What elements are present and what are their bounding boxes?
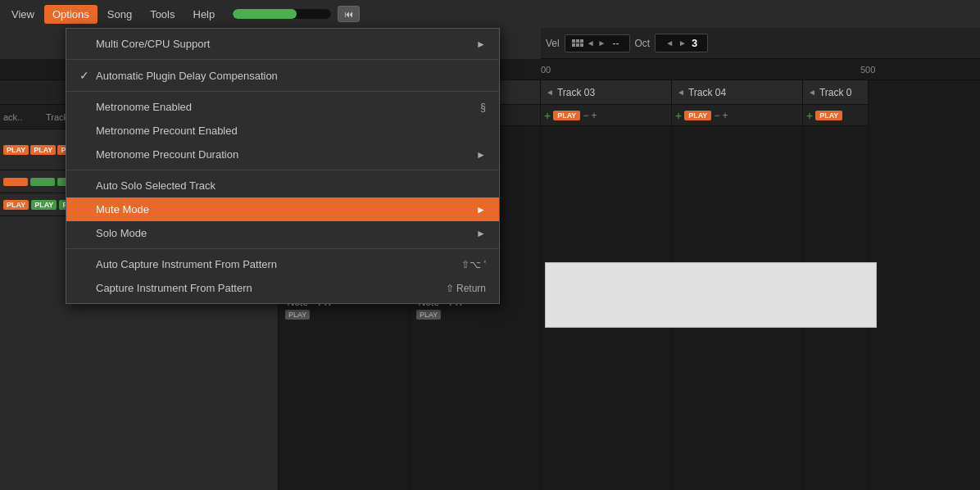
color-bar-orange <box>3 178 28 186</box>
separator-3 <box>66 170 499 170</box>
plus-icon[interactable]: + <box>544 109 551 122</box>
note-play-btn-01[interactable]: PLAY <box>285 310 310 320</box>
track-05-name: Track 0 <box>819 87 852 98</box>
plus2-icon[interactable]: + <box>591 110 597 121</box>
play-btn-orange[interactable]: PLAY <box>3 145 29 155</box>
shortcut-label: § <box>480 102 486 113</box>
separator-1 <box>66 59 499 60</box>
menu-solo-mode[interactable]: Solo Mode ► <box>66 221 499 245</box>
menu-auto-plugin-delay[interactable]: ✓ Automatic Plugin Delay Compensation <box>66 63 499 88</box>
menu-metronome-precount[interactable]: Metronome Precount Enabled <box>66 119 499 143</box>
minus-icon[interactable]: − <box>583 110 588 121</box>
menu-help[interactable]: Help <box>185 5 224 24</box>
menu-item-label: Solo Mode <box>96 227 476 239</box>
lane-header-04: ◄ Track 04 <box>672 80 802 105</box>
menu-item-label: Automatic Plugin Delay Compensation <box>96 70 486 82</box>
oct-value: 3 <box>692 37 697 49</box>
menu-metronome-enabled[interactable]: Metronome Enabled § <box>66 95 499 119</box>
submenu-arrow-icon: ► <box>476 149 486 161</box>
menubar: View Options Song Tools Help ⏮ <box>0 0 980 28</box>
lane-header-05: ◄ Track 0 <box>803 80 868 105</box>
menu-item-label: Auto Capture Instrument From Pattern <box>96 258 453 270</box>
play-label-2[interactable]: PLAY <box>31 200 57 210</box>
menu-multi-core[interactable]: Multi Core/CPU Support ► <box>66 32 499 56</box>
vel-value: -- <box>610 38 623 49</box>
lane-nav-arrow[interactable]: ◄ <box>677 88 685 97</box>
separator-2 <box>66 91 499 92</box>
play-button-04[interactable]: PLAY <box>684 111 711 120</box>
oct-display: ◄ ► 3 <box>655 34 708 52</box>
transport-button[interactable]: ⏮ <box>338 6 360 22</box>
play-button-05[interactable]: PLAY <box>815 111 842 120</box>
track-04-name: Track 04 <box>688 87 726 98</box>
lane-controls-05: + PLAY <box>803 105 868 126</box>
vel-display: ◄ ► -- <box>565 34 630 52</box>
lane-header-03: ◄ Track 03 <box>541 80 671 105</box>
plus-icon[interactable]: + <box>675 109 682 122</box>
menu-item-label: Metronome Precount Duration <box>96 148 476 161</box>
menu-options[interactable]: Options <box>44 5 98 24</box>
menu-song[interactable]: Song <box>99 5 140 24</box>
play-btn-orange-2[interactable]: PLAY <box>30 145 56 155</box>
vel-arrow-left[interactable]: ◄ <box>587 39 595 48</box>
lane-nav-arrow[interactable]: ◄ <box>808 88 816 97</box>
progress-bar-fill <box>233 9 297 19</box>
ruler-mark-2: 500 <box>860 65 875 75</box>
progress-bar[interactable] <box>233 9 331 19</box>
menu-tools[interactable]: Tools <box>142 5 183 24</box>
separator-4 <box>66 248 499 249</box>
oct-label: Oct <box>635 38 651 49</box>
play-button-03[interactable]: PLAY <box>553 111 580 120</box>
submenu-arrow-icon: ► <box>476 228 486 239</box>
menu-item-label: Capture Instrument From Pattern <box>96 282 438 294</box>
white-box-overlay <box>545 262 877 328</box>
grid-icon <box>572 39 583 47</box>
track-03-name: Track 03 <box>557 87 595 98</box>
oct-arrow-left[interactable]: ◄ <box>665 39 674 48</box>
menu-item-label: Metronome Enabled <box>96 101 472 113</box>
vel-arrow-right[interactable]: ► <box>598 39 606 48</box>
toolbar: Vel ◄ ► -- Oct ◄ ► 3 <box>541 28 980 59</box>
menu-auto-capture[interactable]: Auto Capture Instrument From Pattern ⇧⌥ … <box>66 252 499 276</box>
options-dropdown: Multi Core/CPU Support ► ✓ Automatic Plu… <box>66 28 500 304</box>
transport-icon: ⏮ <box>344 9 353 19</box>
menu-mute-mode[interactable]: Mute Mode ► <box>66 197 499 221</box>
menu-item-label: Mute Mode <box>96 203 476 216</box>
play-label-1[interactable]: PLAY <box>3 200 29 210</box>
check-icon: ✓ <box>79 69 96 82</box>
oct-arrow-right[interactable]: ► <box>678 39 687 48</box>
lane-controls-03: + PLAY − + <box>541 105 671 126</box>
note-play-btn-02[interactable]: PLAY <box>416 310 441 320</box>
minus-icon[interactable]: − <box>714 110 719 121</box>
menu-item-label: Metronome Precount Enabled <box>96 125 486 137</box>
menu-item-label: Multi Core/CPU Support <box>96 38 476 50</box>
ruler-mark-1: 00 <box>541 65 551 75</box>
vel-label: Vel <box>546 38 560 49</box>
color-bar-green-1 <box>30 178 55 186</box>
menu-item-label: Auto Solo Selected Track <box>96 179 486 192</box>
shortcut-label: ⇧⌥ ' <box>461 259 486 270</box>
submenu-arrow-icon: ► <box>476 39 486 50</box>
menu-metronome-precount-duration[interactable]: Metronome Precount Duration ► <box>66 143 499 166</box>
shortcut-label: ⇧ Return <box>446 283 486 294</box>
submenu-arrow-icon: ► <box>476 204 486 216</box>
menu-auto-solo[interactable]: Auto Solo Selected Track <box>66 174 499 197</box>
menu-view[interactable]: View <box>3 5 43 24</box>
menu-capture-instrument[interactable]: Capture Instrument From Pattern ⇧ Return <box>66 276 499 300</box>
plus2-icon[interactable]: + <box>722 110 728 121</box>
col-header-1: ack.. <box>3 112 44 122</box>
lane-controls-04: + PLAY − + <box>672 105 802 126</box>
lane-nav-arrow[interactable]: ◄ <box>546 88 554 97</box>
plus-icon[interactable]: + <box>806 109 813 122</box>
